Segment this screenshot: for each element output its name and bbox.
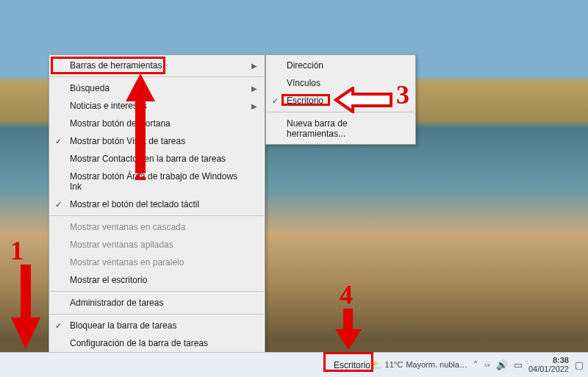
submenu-newtb-label: Nueva barra de herramientas... xyxy=(287,118,399,139)
menu-separator xyxy=(50,314,264,315)
svg-marker-4 xyxy=(336,88,391,112)
check-icon: ✓ xyxy=(55,200,62,209)
menu-task-manager[interactable]: Administrador de tareas xyxy=(49,294,265,312)
menu-touchkb-label: Mostrar el botón del teclado táctil xyxy=(70,199,199,209)
submenu-address[interactable]: Dirección xyxy=(266,57,415,74)
menu-sidebyside-label: Mostrar ventanas en paralelo xyxy=(70,257,184,268)
chevron-right-icon: ▶ xyxy=(251,85,257,93)
annotation-arrow-icon xyxy=(122,73,159,176)
svg-rect-0 xyxy=(21,265,31,320)
svg-rect-5 xyxy=(343,309,353,331)
weather-temp: 11°C xyxy=(385,360,404,369)
menu-stacked: Mostrar ventanas apiladas xyxy=(49,236,265,254)
annotation-arrow-icon xyxy=(332,309,365,351)
menu-settings-label: Configuración de la barra de tareas xyxy=(70,338,208,348)
weather-text: Mayorm. nubla… xyxy=(406,360,467,369)
menu-touch-keyboard[interactable]: ✓ Mostrar el botón del teclado táctil xyxy=(49,195,265,213)
menu-search-label: Búsqueda xyxy=(70,83,110,93)
menu-taskmgr-label: Administrador de tareas xyxy=(70,298,163,308)
check-icon: ✓ xyxy=(55,137,62,146)
menu-separator xyxy=(50,215,264,216)
annotation-number: 3 xyxy=(396,79,409,110)
check-icon: ✓ xyxy=(55,321,62,331)
submenu-address-label: Dirección xyxy=(287,60,323,71)
annotation-box xyxy=(323,352,373,372)
annotation-arrow-icon xyxy=(7,265,44,353)
submenu-links-label: Vínculos xyxy=(287,78,320,88)
menu-show-desktop[interactable]: Mostrar el escritorio xyxy=(49,271,265,289)
annotation-arrow-icon xyxy=(332,87,394,113)
menu-cascade-label: Mostrar ventanas en cascada xyxy=(70,222,185,232)
chevron-up-icon[interactable]: ˄ xyxy=(473,359,478,370)
annotation-number: 1 xyxy=(10,235,24,266)
svg-marker-2 xyxy=(126,73,155,101)
menu-separator xyxy=(50,291,264,292)
clock-date: 04/01/2022 xyxy=(528,365,569,373)
svg-rect-3 xyxy=(135,100,146,173)
start-button[interactable] xyxy=(4,355,25,376)
clock[interactable]: 8:38 04/01/2022 xyxy=(528,356,569,373)
svg-marker-6 xyxy=(335,329,362,350)
submenu-new-toolbar[interactable]: Nueva barra de herramientas... xyxy=(266,115,415,143)
menu-ink-label: Mostrar botón Área de trabajo de Windows… xyxy=(70,171,248,192)
svg-marker-1 xyxy=(11,317,40,349)
chevron-right-icon: ▶ xyxy=(251,62,257,70)
menu-taskbar-settings[interactable]: Configuración de la barra de tareas xyxy=(49,334,265,352)
battery-icon[interactable]: ▭ xyxy=(514,359,523,370)
notifications-icon[interactable]: ▢ xyxy=(575,359,584,370)
check-icon: ✓ xyxy=(272,96,279,106)
menu-lock-taskbar[interactable]: ✓ Bloquear la barra de tareas xyxy=(49,317,265,334)
menu-sidebyside: Mostrar ventanas en paralelo xyxy=(49,254,265,271)
menu-showdesk-label: Mostrar el escritorio xyxy=(70,275,147,285)
wifi-icon[interactable]: ⎃ xyxy=(484,359,490,370)
menu-lock-label: Bloquear la barra de tareas xyxy=(70,320,176,331)
menu-cascade: Mostrar ventanas en cascada xyxy=(49,218,265,236)
menu-stacked-label: Mostrar ventanas apiladas xyxy=(70,240,173,250)
volume-icon[interactable]: 🔊 xyxy=(496,359,508,370)
weather-widget[interactable]: ⛅ 11°C Mayorm. nubla… xyxy=(370,359,467,370)
taskbar[interactable]: Escritorio » ⛅ 11°C Mayorm. nubla… ˄ ⎃ 🔊… xyxy=(0,352,588,377)
annotation-number: 4 xyxy=(340,279,353,310)
annotation-box xyxy=(282,94,330,106)
system-tray: ⛅ 11°C Mayorm. nubla… ˄ ⎃ 🔊 ▭ 8:38 04/01… xyxy=(370,352,584,377)
clock-time: 8:38 xyxy=(528,356,569,365)
chevron-right-icon: ▶ xyxy=(251,102,257,110)
annotation-box xyxy=(51,57,165,74)
